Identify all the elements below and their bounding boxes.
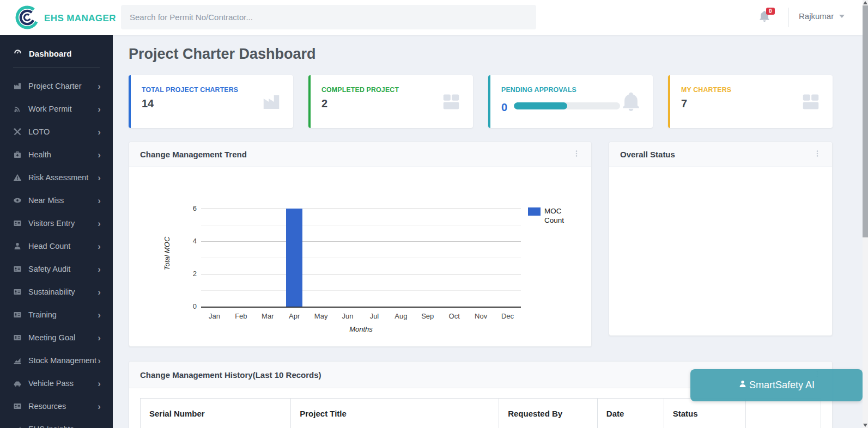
sidebar-item-label: Stock Management — [28, 356, 96, 365]
sidebar-item-sustainability[interactable]: Sustainability› — [0, 280, 113, 303]
x-axis-tick: May — [308, 312, 335, 320]
scroll-down-arrow-icon[interactable] — [863, 424, 867, 427]
gauge-icon — [13, 48, 22, 59]
x-axis-tick: Jul — [361, 312, 388, 320]
sidebar-item-vehicle-pass[interactable]: Vehicle Pass› — [0, 372, 113, 395]
column-header-serial-number: Serial Number — [141, 399, 291, 428]
sidebar-item-training[interactable]: Training› — [0, 303, 113, 326]
panel-title: Change Management History(Last 10 Record… — [140, 370, 321, 380]
kebab-menu-icon[interactable] — [814, 149, 821, 160]
sidebar-item-near-miss[interactable]: Near Miss› — [0, 189, 113, 212]
stat-card-pending-approvals: PENDING APPROVALS 0 — [488, 75, 653, 128]
id-card-icon — [13, 265, 22, 273]
sidebar-item-label: Risk Assessment — [28, 173, 88, 182]
chevron-right-icon: › — [98, 310, 101, 320]
column-header-status: Status — [664, 399, 746, 428]
id-card-icon — [13, 310, 22, 319]
stat-card-my-charters: MY CHARTERS 7 — [668, 75, 833, 128]
sidebar-item-label: Visitors Entry — [28, 219, 75, 228]
vertical-scrollbar[interactable] — [863, 0, 868, 428]
sidebar-item-label: Health — [28, 150, 51, 159]
chevron-right-icon: › — [98, 425, 101, 428]
id-card-icon — [13, 402, 22, 411]
topbar-divider — [788, 8, 789, 27]
scroll-up-arrow-icon[interactable] — [863, 1, 867, 4]
chart-icon — [13, 356, 22, 365]
sidebar-item-project-charter[interactable]: Project Charter› — [0, 75, 113, 97]
sidebar-item-loto[interactable]: LOTO› — [0, 120, 113, 143]
user-name: Rajkumar — [799, 11, 834, 21]
y-axis-title: Total MOC — [163, 210, 171, 297]
main-content: Project Charter Dashboard TOTAL PROJECT … — [113, 35, 863, 428]
id-card-icon — [13, 219, 22, 228]
sidebar-item-visitors-entry[interactable]: Visitors Entry› — [0, 212, 113, 235]
person-icon — [13, 242, 22, 250]
sidebar-item-stock-management[interactable]: Stock Management› — [0, 349, 113, 372]
kebab-menu-icon[interactable] — [573, 149, 580, 160]
legend-label: MOC Count — [544, 207, 569, 225]
chart-legend: MOC Count — [528, 207, 569, 225]
boxes-icon — [800, 91, 822, 114]
sidebar-item-label: Meeting Goal — [28, 333, 75, 342]
scrollbar-thumb[interactable] — [863, 5, 868, 237]
chevron-right-icon: › — [98, 219, 101, 228]
x-axis-tick: Mar — [254, 312, 281, 320]
notifications-button[interactable]: 0 — [758, 10, 777, 26]
boxes-icon — [440, 91, 462, 114]
sidebar-item-dashboard[interactable]: Dashboard — [0, 35, 113, 59]
sidebar: Dashboard Project Charter›Work Permit›LO… — [0, 35, 113, 428]
column-header-project-title: Project Title — [291, 399, 499, 428]
smartsafety-ai-label: SmartSafety AI — [749, 380, 815, 391]
chevron-right-icon: › — [98, 173, 101, 182]
x-axis-tick: Oct — [441, 312, 468, 320]
sidebar-item-label: Dashboard — [29, 49, 71, 58]
user-menu[interactable]: Rajkumar — [799, 11, 845, 21]
y-axis-tick: 2 — [178, 270, 197, 278]
sidebar-menu: Project Charter›Work Permit›LOTO›Health›… — [0, 70, 113, 428]
change-management-trend-panel: Change Management Trend Total MOC Months… — [129, 142, 592, 347]
sidebar-item-health[interactable]: Health› — [0, 143, 113, 166]
chevron-right-icon: › — [98, 379, 101, 388]
stat-cards-row: TOTAL PROJECT CHARTERS 14 COMPLETED PROJ… — [129, 75, 833, 128]
y-axis-tick: 0 — [178, 302, 197, 310]
bar-Apr — [286, 209, 302, 307]
id-card-icon — [13, 333, 22, 342]
column-header-requested-by: Requested By — [499, 399, 598, 428]
sidebar-item-resources[interactable]: Resources› — [0, 395, 113, 418]
panel-header: Overall Status — [609, 142, 832, 167]
id-card-icon — [13, 288, 22, 296]
sidebar-item-label: LOTO — [28, 127, 50, 136]
sidebar-item-risk-assessment[interactable]: Risk Assessment› — [0, 166, 113, 189]
sidebar-item-ehs-insights[interactable]: EHS Insights› — [0, 418, 113, 428]
gridline — [201, 209, 521, 209]
sidebar-item-head-count[interactable]: Head Count› — [0, 235, 113, 258]
sidebar-item-label: Training — [28, 310, 57, 319]
tools-icon — [13, 127, 22, 136]
x-axis-tick: Feb — [228, 312, 254, 320]
sidebar-item-label: Near Miss — [28, 196, 64, 205]
brand-logo-icon — [15, 5, 39, 32]
gridline — [201, 290, 521, 291]
chevron-right-icon: › — [98, 333, 101, 343]
page-title: Project Charter Dashboard — [129, 46, 316, 63]
smartsafety-ai-button[interactable]: SmartSafety AI — [690, 369, 863, 401]
chevron-right-icon: › — [98, 356, 101, 365]
chevron-right-icon: › — [98, 242, 101, 251]
sidebar-divider — [13, 68, 100, 68]
stat-card-total-project-charters: TOTAL PROJECT CHARTERS 14 — [129, 75, 293, 128]
sidebar-item-label: Project Charter — [28, 82, 82, 90]
x-axis-tick: Nov — [468, 312, 494, 320]
x-axis-tick: Sep — [414, 312, 441, 320]
chevron-right-icon: › — [98, 150, 101, 160]
x-axis-tick: Aug — [387, 312, 414, 320]
y-axis-tick: 4 — [178, 237, 197, 245]
sidebar-item-safety-audit[interactable]: Safety Audit› — [0, 258, 113, 280]
gridline — [201, 307, 521, 308]
progress-bar — [514, 102, 620, 109]
sidebar-item-work-permit[interactable]: Work Permit› — [0, 97, 113, 120]
factory-icon — [260, 91, 282, 114]
x-axis-tick: Dec — [494, 312, 521, 320]
sidebar-item-meeting-goal[interactable]: Meeting Goal› — [0, 326, 113, 349]
x-axis-tick: Jan — [201, 312, 228, 320]
search-input[interactable] — [121, 5, 536, 29]
